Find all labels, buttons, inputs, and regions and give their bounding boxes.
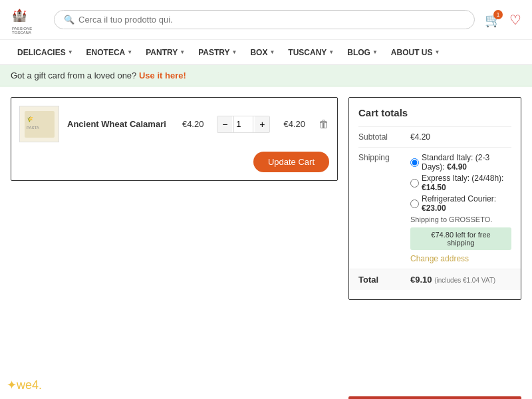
main-content: 🌾 PASTA Ancient Wheat Calamari €4.20 − +… bbox=[0, 86, 532, 396]
gift-card-link[interactable]: Use it here! bbox=[139, 70, 186, 80]
shipping-option-express: Express Italy: (24/48h): €14.50 bbox=[410, 174, 511, 192]
chevron-down-icon: ▼ bbox=[127, 49, 132, 55]
free-shipping-bar: €74.80 left for free shipping bbox=[410, 227, 511, 250]
shipping-label: Shipping bbox=[358, 153, 405, 263]
product-image: 🌾 PASTA bbox=[19, 106, 59, 142]
update-cart-button[interactable]: Update Cart bbox=[253, 152, 329, 172]
shipping-standard-radio[interactable] bbox=[410, 158, 419, 167]
svg-text:🌾: 🌾 bbox=[27, 116, 33, 122]
nav-item-pantry[interactable]: PANTRY ▼ bbox=[139, 40, 192, 65]
change-address-link[interactable]: Change address bbox=[410, 254, 469, 263]
quantity-increase-button[interactable]: + bbox=[255, 116, 269, 132]
nav-item-blog[interactable]: BLOG ▼ bbox=[340, 40, 384, 65]
gift-banner-text: Got a gift card from a loved one? bbox=[11, 70, 136, 80]
chevron-down-icon: ▼ bbox=[329, 49, 334, 55]
shipping-refrigerated-radio[interactable] bbox=[410, 200, 419, 208]
shipping-option-standard: Standard Italy: (2-3 Days): €4.90 bbox=[410, 153, 511, 172]
bottom-section: Proceed to checkout DO YOU HAVE A COUPON… bbox=[0, 396, 532, 399]
table-row: 🌾 PASTA Ancient Wheat Calamari €4.20 − +… bbox=[19, 106, 329, 142]
shipping-to-text: Shipping to GROSSETO. bbox=[410, 215, 511, 223]
nav-item-pastry[interactable]: PASTRY ▼ bbox=[192, 40, 243, 65]
shipping-standard-label: Standard Italy: (2-3 Days): €4.90 bbox=[422, 153, 511, 172]
cart-button[interactable]: 🛒 1 bbox=[483, 10, 503, 30]
gift-banner: Got a gift card from a loved one? Use it… bbox=[0, 65, 532, 86]
cart-totals-section: Cart totals Subtotal €4.20 Shipping Stan… bbox=[348, 97, 521, 386]
line-total: €4.20 bbox=[283, 119, 305, 129]
delete-item-button[interactable]: 🗑 bbox=[319, 118, 329, 130]
total-label: Total bbox=[358, 275, 405, 285]
nav-item-box[interactable]: BOX ▼ bbox=[243, 40, 281, 65]
shipping-option-refrigerated: Refrigerated Courier: €23.00 bbox=[410, 194, 511, 213]
brand-logo-icon: 🏰 PASSIONE TOSCANA bbox=[11, 5, 41, 35]
header-icons: 🛒 1 ♡ bbox=[483, 10, 521, 30]
shipping-options: Standard Italy: (2-3 Days): €4.90 Expres… bbox=[410, 153, 511, 263]
svg-text:TOSCANA: TOSCANA bbox=[12, 31, 31, 35]
header: 🏰 PASSIONE TOSCANA 🔍 🛒 1 ♡ bbox=[0, 0, 532, 40]
cart-items-section: 🌾 PASTA Ancient Wheat Calamari €4.20 − +… bbox=[11, 97, 338, 386]
svg-text:🏰: 🏰 bbox=[12, 8, 27, 23]
checkout-button[interactable]: Proceed to checkout bbox=[348, 396, 521, 399]
shipping-refrigerated-label: Refrigerated Courier: €23.00 bbox=[422, 194, 511, 213]
cart-table: 🌾 PASTA Ancient Wheat Calamari €4.20 − +… bbox=[11, 97, 338, 181]
quantity-decrease-button[interactable]: − bbox=[217, 116, 232, 132]
quantity-input[interactable] bbox=[233, 116, 253, 132]
product-thumb-icon: 🌾 PASTA bbox=[21, 108, 58, 141]
shipping-express-radio[interactable] bbox=[410, 179, 419, 188]
wishlist-icon[interactable]: ♡ bbox=[509, 12, 521, 28]
quantity-stepper[interactable]: − + bbox=[217, 116, 270, 133]
chevron-down-icon: ▼ bbox=[372, 49, 378, 55]
svg-rect-4 bbox=[25, 111, 55, 138]
vat-note: (includes €1.04 VAT) bbox=[434, 277, 495, 284]
search-bar[interactable]: 🔍 bbox=[54, 10, 475, 29]
nav-item-enoteca[interactable]: ENOTECA ▼ bbox=[80, 40, 140, 65]
nav-item-tuscany[interactable]: TUSCANY ▼ bbox=[281, 40, 340, 65]
product-unit-price: €4.20 bbox=[182, 119, 204, 129]
total-row: Total €9.10 (includes €1.04 VAT) bbox=[349, 269, 521, 290]
subtotal-row: Subtotal €4.20 bbox=[358, 126, 511, 147]
shipping-row: Shipping Standard Italy: (2-3 Days): €4.… bbox=[358, 147, 511, 269]
chevron-down-icon: ▼ bbox=[180, 49, 185, 55]
nav-item-delicacies[interactable]: DELICACIES ▼ bbox=[11, 40, 80, 65]
totals-title: Cart totals bbox=[358, 107, 511, 118]
cart-badge: 1 bbox=[493, 10, 503, 19]
update-cart-row: Update Cart bbox=[19, 152, 329, 172]
search-icon: 🔍 bbox=[64, 15, 74, 25]
svg-text:PASTA: PASTA bbox=[27, 126, 39, 130]
product-name: Ancient Wheat Calamari bbox=[67, 119, 169, 129]
total-value: €9.10 (includes €1.04 VAT) bbox=[410, 275, 495, 285]
totals-box: Cart totals Subtotal €4.20 Shipping Stan… bbox=[348, 97, 521, 300]
subtotal-value: €4.20 bbox=[410, 132, 511, 142]
shipping-express-label: Express Italy: (24/48h): €14.50 bbox=[422, 174, 511, 192]
chevron-down-icon: ▼ bbox=[435, 49, 440, 55]
chevron-down-icon: ▼ bbox=[269, 49, 275, 55]
nav-item-about-us[interactable]: ABOUT US ▼ bbox=[384, 40, 447, 65]
chevron-down-icon: ▼ bbox=[68, 49, 73, 55]
logo: 🏰 PASSIONE TOSCANA bbox=[11, 5, 41, 35]
chevron-down-icon: ▼ bbox=[231, 49, 237, 55]
subtotal-label: Subtotal bbox=[358, 132, 405, 142]
search-input[interactable] bbox=[78, 15, 465, 25]
main-nav: DELICACIES ▼ ENOTECA ▼ PANTRY ▼ PASTRY ▼… bbox=[0, 40, 532, 65]
footer-logo: ✦we4. bbox=[7, 378, 42, 392]
